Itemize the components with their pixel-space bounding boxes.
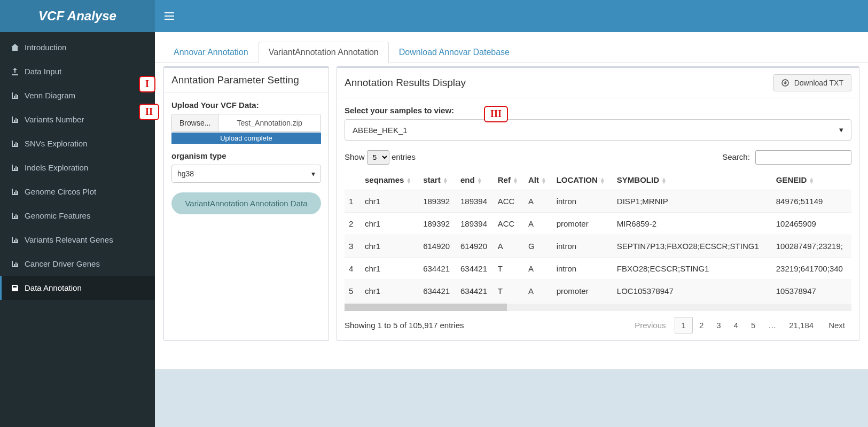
house-icon <box>10 43 20 52</box>
sample-value: ABE8e_HEK_1 <box>353 126 408 135</box>
nav-list: Introduction Data Input Venn Diagram Var… <box>0 32 155 300</box>
nav-label: SNVs Exploration <box>25 139 88 148</box>
cell: DISP1;MRNIP <box>613 190 772 213</box>
sidebar: VCF Analyse Introduction Data Input Venn… <box>0 0 155 427</box>
sort-icon: ▲▼ <box>443 177 448 184</box>
nav-indels[interactable]: Indels Exploration <box>0 156 155 180</box>
column-header[interactable]: SYMBOLID▲▼ <box>613 170 772 190</box>
nav-data-input[interactable]: Data Input <box>0 59 155 83</box>
browse-button[interactable]: Browse... <box>172 114 218 131</box>
column-header[interactable]: Alt▲▼ <box>524 170 552 190</box>
chart-icon <box>10 115 20 124</box>
row-index: 1 <box>345 190 361 213</box>
page-number[interactable]: 5 <box>745 317 762 333</box>
organism-select[interactable]: hg38 ▾ <box>171 165 321 183</box>
upload-icon <box>10 67 20 76</box>
cell: 102465909 <box>772 213 851 235</box>
cell: ACC <box>494 213 524 235</box>
table-row: 2chr1189392189394ACCApromoterMIR6859-210… <box>345 213 851 235</box>
show-label: Show <box>345 152 365 161</box>
cell: 634421 <box>456 280 494 302</box>
nav-data-annotation[interactable]: Data Annotation <box>0 276 155 300</box>
cell: intron <box>552 235 613 258</box>
nav-label: Variants Number <box>25 115 84 124</box>
sample-select[interactable]: ABE8e_HEK_1 ▾ <box>345 119 851 141</box>
column-header[interactable]: GENEID▲▼ <box>772 170 851 190</box>
topbar <box>155 0 868 32</box>
cell: 23219;641700;340 <box>772 258 851 280</box>
tab-annovar[interactable]: Annovar Annotation <box>163 42 259 63</box>
organism-label: organism type <box>171 151 321 160</box>
cell: chr1 <box>361 190 419 213</box>
column-header[interactable]: end▲▼ <box>456 170 494 190</box>
table-scroll[interactable]: seqnames▲▼start▲▼end▲▼Ref▲▼Alt▲▼LOCATION… <box>345 170 851 302</box>
tab-download-db[interactable]: Download Annovar Datebase <box>389 42 520 63</box>
cell: intron <box>552 190 613 213</box>
chart-icon <box>10 164 20 172</box>
nav-circos[interactable]: Genome Circos Plot <box>0 180 155 204</box>
nav-label: Data Input <box>25 67 61 76</box>
horizontal-scrollbar[interactable] <box>345 304 851 311</box>
cell: chr1 <box>361 280 419 302</box>
cell: 614920 <box>456 235 494 258</box>
page-number[interactable]: 3 <box>710 317 727 333</box>
cell: promoter <box>552 213 613 235</box>
nav-label: Introduction <box>25 43 66 52</box>
page-prev[interactable]: Previous <box>628 317 672 333</box>
download-txt-button[interactable]: Download TXT <box>773 74 851 91</box>
scrollbar-thumb[interactable] <box>345 304 507 311</box>
hamburger-icon[interactable] <box>165 12 174 20</box>
organism-value: hg38 <box>177 169 194 178</box>
nav-cancer-driver[interactable]: Cancer Driver Genes <box>0 252 155 276</box>
page-number[interactable]: 21,184 <box>783 317 820 333</box>
run-annotation-button[interactable]: VariantAnnotation Annotation Data <box>171 192 321 214</box>
sort-icon: ▲▼ <box>809 177 814 184</box>
results-panel-title: Annotation Results Display <box>345 77 466 89</box>
cell: 634421 <box>419 258 456 280</box>
cell: 189392 <box>419 190 456 213</box>
page-next[interactable]: Next <box>822 317 851 333</box>
page-number[interactable]: 1 <box>675 317 693 333</box>
nav-venn[interactable]: Venn Diagram <box>0 83 155 107</box>
cell: T <box>494 258 524 280</box>
svg-rect-1 <box>165 15 174 17</box>
sort-icon: ▲▼ <box>541 177 546 184</box>
row-index: 3 <box>345 235 361 258</box>
chart-icon <box>10 139 20 148</box>
nav-label: Genomic Features <box>25 211 90 220</box>
sample-label: Select your samples to view: <box>345 106 851 115</box>
page-number[interactable]: 2 <box>693 317 710 333</box>
pagination: Previous 12345…21,184 Next <box>628 317 851 333</box>
sort-icon: ▲▼ <box>513 177 518 184</box>
save-icon <box>10 284 20 292</box>
column-header[interactable]: LOCATION▲▼ <box>552 170 613 190</box>
search-input[interactable] <box>755 150 851 165</box>
cell: 189394 <box>456 190 494 213</box>
column-header[interactable]: start▲▼ <box>419 170 456 190</box>
table-info: Showing 1 to 5 of 105,917 entries <box>345 321 464 330</box>
nav-variants-genes[interactable]: Variants Relevant Genes <box>0 228 155 252</box>
nav-label: Genome Circos Plot <box>25 187 96 196</box>
table-row: 4chr1634421634421TAintronFBXO28;ECSCR;ST… <box>345 258 851 280</box>
column-header[interactable]: Ref▲▼ <box>494 170 524 190</box>
nav-genomic-features[interactable]: Genomic Features <box>0 204 155 228</box>
page-number[interactable]: 4 <box>728 317 745 333</box>
caret-down-icon: ▾ <box>839 125 843 135</box>
cell: 189392 <box>419 213 456 235</box>
cell: 634421 <box>419 280 456 302</box>
caret-down-icon: ▾ <box>311 169 315 178</box>
nav-snvs[interactable]: SNVs Exploration <box>0 131 155 156</box>
cell: chr1 <box>361 235 419 258</box>
file-name-display: Test_Annotation.zip <box>218 114 320 131</box>
nav-variants-number[interactable]: Variants Number <box>0 107 155 131</box>
upload-label: Upload Your VCF Data: <box>171 100 321 110</box>
cell: chr1 <box>361 213 419 235</box>
cell: A <box>494 235 524 258</box>
results-panel: Annotation Results Display Download TXT … <box>337 66 859 341</box>
entries-select[interactable]: 5 <box>367 150 389 165</box>
cell: MIR6859-2 <box>613 213 772 235</box>
column-header[interactable]: seqnames▲▼ <box>361 170 419 190</box>
nav-introduction[interactable]: Introduction <box>0 35 155 59</box>
results-table: seqnames▲▼start▲▼end▲▼Ref▲▼Alt▲▼LOCATION… <box>345 170 851 302</box>
tab-variantannotation[interactable]: VariantAnnotation Annotation <box>259 42 389 63</box>
